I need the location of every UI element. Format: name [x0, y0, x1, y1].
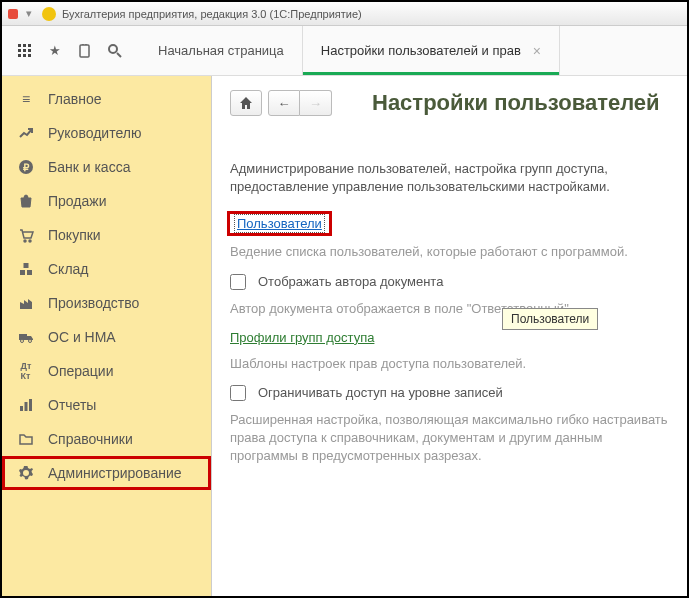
- sidebar-item-administration[interactable]: Администрирование: [2, 456, 211, 490]
- svg-rect-4: [23, 49, 26, 52]
- sidebar-item-bank[interactable]: ₽ Банк и касса: [2, 150, 211, 184]
- svg-point-15: [29, 240, 31, 242]
- tab-user-settings[interactable]: Настройки пользователей и прав ×: [303, 26, 560, 75]
- users-link[interactable]: Пользователи: [234, 214, 325, 233]
- checkbox-row-restrict: Ограничивать доступ на уровне записей: [230, 385, 669, 401]
- bag-icon: [16, 193, 36, 209]
- checkbox-label: Отображать автора документа: [258, 274, 443, 289]
- users-description: Ведение списка пользователей, которые ра…: [230, 243, 669, 261]
- svg-rect-7: [23, 54, 26, 57]
- svg-point-14: [24, 240, 26, 242]
- sidebar-item-operations[interactable]: ДтКт Операции: [2, 354, 211, 388]
- sidebar-item-label: Справочники: [48, 431, 133, 447]
- app-1c-icon: [42, 7, 56, 21]
- window-menu-icon[interactable]: [8, 9, 18, 19]
- svg-point-20: [21, 340, 24, 343]
- profiles-link[interactable]: Профили групп доступа: [230, 330, 374, 345]
- checkbox-show-author[interactable]: [230, 274, 246, 290]
- tooltip: Пользователи: [502, 308, 598, 330]
- checkbox-row-author: Отображать автора документа: [230, 274, 669, 290]
- svg-text:₽: ₽: [23, 162, 30, 173]
- svg-rect-3: [18, 49, 21, 52]
- profiles-description: Шаблоны настроек прав доступа пользовате…: [230, 355, 669, 373]
- svg-rect-22: [20, 406, 23, 411]
- menu-lines-icon: ≡: [16, 91, 36, 107]
- svg-rect-5: [28, 49, 31, 52]
- sidebar-item-references[interactable]: Справочники: [2, 422, 211, 456]
- svg-point-21: [29, 340, 32, 343]
- sidebar-item-warehouse[interactable]: Склад: [2, 252, 211, 286]
- svg-rect-6: [18, 54, 21, 57]
- sidebar-item-label: Операции: [48, 363, 114, 379]
- search-icon[interactable]: [100, 36, 130, 66]
- factory-icon: [16, 295, 36, 311]
- checkbox-restrict-access[interactable]: [230, 385, 246, 401]
- sidebar-item-label: Руководителю: [48, 125, 141, 141]
- dropdown-arrow-icon[interactable]: ▾: [26, 7, 32, 20]
- app-title: Бухгалтерия предприятия, редакция 3.0 (1…: [62, 8, 362, 20]
- svg-point-10: [109, 45, 117, 53]
- ruble-icon: ₽: [16, 159, 36, 175]
- folder-icon: [16, 431, 36, 447]
- apps-grid-icon[interactable]: [10, 36, 40, 66]
- svg-line-11: [117, 53, 121, 57]
- sidebar-item-reports[interactable]: Отчеты: [2, 388, 211, 422]
- sidebar-item-purchases[interactable]: Покупки: [2, 218, 211, 252]
- sidebar-item-sales[interactable]: Продажи: [2, 184, 211, 218]
- svg-rect-18: [24, 263, 29, 268]
- toolbar: ★ Начальная страница Настройки пользоват…: [2, 26, 687, 76]
- svg-rect-1: [23, 44, 26, 47]
- sidebar-item-assets[interactable]: ОС и НМА: [2, 320, 211, 354]
- sidebar-item-label: Отчеты: [48, 397, 96, 413]
- sidebar-item-main[interactable]: ≡ Главное: [2, 82, 211, 116]
- truck-icon: [16, 329, 36, 345]
- tabs-container: Начальная страница Настройки пользовател…: [140, 26, 560, 75]
- sidebar-item-label: Администрирование: [48, 465, 182, 481]
- sidebar-item-label: Банк и касса: [48, 159, 130, 175]
- checkbox-label: Ограничивать доступ на уровне записей: [258, 385, 503, 400]
- chart-up-icon: [16, 125, 36, 141]
- users-link-highlight: Пользователи: [230, 214, 329, 233]
- sidebar-item-label: Покупки: [48, 227, 101, 243]
- home-button[interactable]: [230, 90, 262, 116]
- tab-label: Настройки пользователей и прав: [321, 43, 521, 58]
- svg-rect-23: [25, 402, 28, 411]
- svg-rect-16: [20, 270, 25, 275]
- debit-credit-icon: ДтКт: [16, 363, 36, 379]
- page-title: Настройки пользователей: [372, 90, 660, 116]
- sidebar-item-label: Производство: [48, 295, 139, 311]
- close-icon[interactable]: ×: [533, 43, 541, 59]
- svg-rect-0: [18, 44, 21, 47]
- sidebar-item-production[interactable]: Производство: [2, 286, 211, 320]
- svg-rect-9: [80, 45, 89, 57]
- back-button[interactable]: ←: [268, 90, 300, 116]
- sidebar-item-label: Главное: [48, 91, 102, 107]
- boxes-icon: [16, 261, 36, 277]
- main-content: ← → Настройки пользователей Администриро…: [212, 76, 687, 596]
- cart-icon: [16, 227, 36, 243]
- favorite-star-icon[interactable]: ★: [40, 36, 70, 66]
- svg-rect-19: [19, 334, 27, 340]
- history-icon[interactable]: [70, 36, 100, 66]
- svg-rect-17: [27, 270, 32, 275]
- restrict-description: Расширенная настройка, позволяющая макси…: [230, 411, 669, 466]
- sidebar-item-label: Продажи: [48, 193, 106, 209]
- sidebar: ≡ Главное Руководителю ₽ Банк и касса Пр…: [2, 76, 212, 596]
- forward-button[interactable]: →: [300, 90, 332, 116]
- sidebar-item-label: ОС и НМА: [48, 329, 116, 345]
- tab-label: Начальная страница: [158, 43, 284, 58]
- author-description: Автор документа отображается в поле "Отв…: [230, 300, 669, 318]
- page-description: Администрирование пользователей, настрой…: [230, 160, 669, 196]
- sidebar-item-label: Склад: [48, 261, 89, 277]
- svg-rect-24: [29, 399, 32, 411]
- titlebar: ▾ Бухгалтерия предприятия, редакция 3.0 …: [2, 2, 687, 26]
- sidebar-item-manager[interactable]: Руководителю: [2, 116, 211, 150]
- gear-icon: [16, 465, 36, 481]
- bar-chart-icon: [16, 397, 36, 413]
- svg-rect-2: [28, 44, 31, 47]
- tab-home[interactable]: Начальная страница: [140, 26, 303, 75]
- svg-rect-8: [28, 54, 31, 57]
